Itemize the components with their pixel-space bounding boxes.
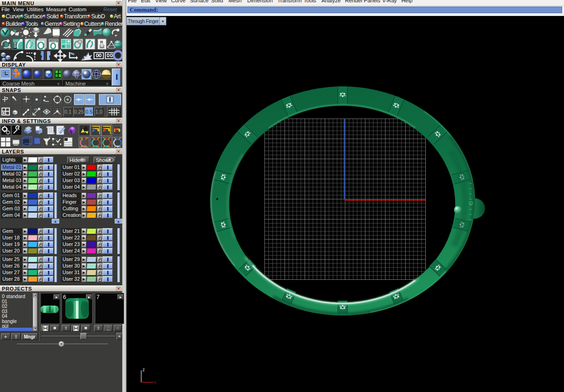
svg-text:x: x [154, 380, 157, 385]
svg-text:+5: +5 [34, 108, 38, 111]
svg-text:1: 1 [49, 136, 50, 138]
svg-text:LOOP: LOOP [50, 40, 57, 43]
svg-text:z: z [142, 367, 145, 372]
svg-text:R: R [100, 40, 103, 45]
